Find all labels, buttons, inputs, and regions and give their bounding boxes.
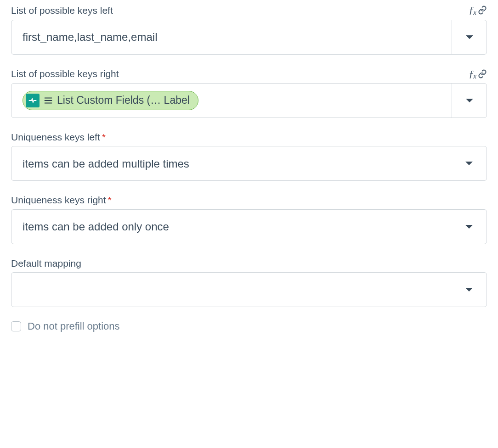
field-uniqueness-right: Uniqueness keys right* items can be adde… [11,194,487,244]
required-marker: * [108,195,112,205]
checkbox-prefill[interactable] [11,321,21,331]
field-label: Uniqueness keys left* [11,131,106,143]
label-row: List of possible keys left ƒx [11,4,487,17]
input-possible-keys-right[interactable]: List Custom Fields (… Label [11,83,487,118]
required-marker: * [102,132,106,142]
chevron-down-icon [466,99,473,102]
select-value[interactable]: items can be added multiple times [11,150,452,177]
select-default-mapping[interactable] [11,272,487,307]
field-label: List of possible keys left [11,4,113,17]
source-app-icon [26,94,40,107]
select-value[interactable]: items can be added only once [11,213,452,241]
link-icon[interactable] [478,6,487,15]
field-label: Default mapping [11,257,81,269]
label-row: List of possible keys right ƒx [11,67,487,81]
dropdown-caret[interactable] [452,273,487,307]
field-default-mapping: Default mapping [11,257,487,307]
label-row: Default mapping [11,257,487,269]
field-label: Uniqueness keys right* [11,194,112,206]
input-value[interactable]: List Custom Fields (… Label [11,84,452,117]
chevron-down-icon [465,162,473,165]
link-icon[interactable] [478,69,487,78]
select-uniqueness-right[interactable]: items can be added only once [11,209,487,244]
field-possible-keys-left: List of possible keys left ƒx first_name… [11,4,487,55]
fx-icon[interactable]: ƒx [469,67,476,81]
input-possible-keys-left[interactable]: first_name,last_name,email [11,20,487,55]
field-label: List of possible keys right [11,67,119,80]
select-value[interactable] [11,276,452,303]
dropdown-caret[interactable] [452,146,487,180]
field-uniqueness-left: Uniqueness keys left* items can be added… [11,131,487,181]
label-row: Uniqueness keys left* [11,131,487,143]
dropdown-caret[interactable] [452,210,487,244]
list-icon [43,95,53,106]
chevron-down-icon [465,288,473,291]
input-value[interactable]: first_name,last_name,email [11,23,452,51]
fx-icon[interactable]: ƒx [469,4,476,17]
chevron-down-icon [465,225,473,229]
label-row: Uniqueness keys right* [11,194,487,206]
label-actions: ƒx [469,4,487,17]
checkbox-prefill-row: Do not prefill options [11,320,487,333]
field-possible-keys-right: List of possible keys right ƒx [11,67,487,118]
chevron-down-icon [466,35,473,39]
dropdown-caret[interactable] [452,20,487,54]
dropdown-caret[interactable] [452,84,487,118]
label-actions: ƒx [469,67,487,81]
pill-label: List Custom Fields (… Label [57,94,190,107]
data-pill[interactable]: List Custom Fields (… Label [23,91,198,110]
select-uniqueness-left[interactable]: items can be added multiple times [11,146,487,181]
checkbox-label[interactable]: Do not prefill options [28,320,120,333]
